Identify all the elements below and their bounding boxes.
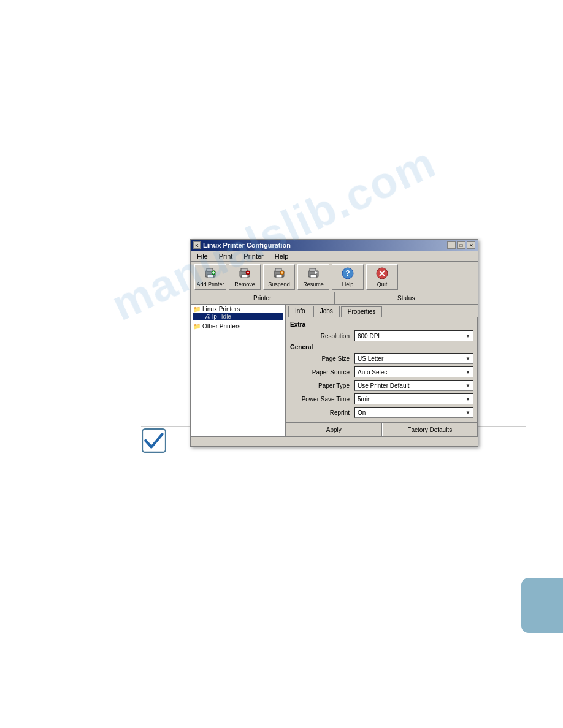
menu-print[interactable]: Print — [216, 252, 236, 260]
prop-powersave-select[interactable]: 5min ▼ — [354, 393, 473, 404]
title-bar-left: K Linux Printer Configuration — [193, 241, 291, 249]
prop-reprint-value: On — [358, 409, 366, 416]
app-icon: K — [193, 241, 201, 249]
resume-button[interactable]: Resume — [297, 264, 329, 290]
svg-rect-9 — [242, 275, 248, 278]
suspend-label: Suspend — [268, 281, 290, 287]
printer-lp-item[interactable]: 🖨 lp Idle — [193, 313, 283, 320]
maximize-button[interactable]: □ — [457, 241, 465, 249]
status-printer-col: Printer — [191, 292, 335, 304]
linux-printers-label: 📁 Linux Printers — [193, 306, 283, 313]
remove-button[interactable]: Remove — [229, 264, 261, 290]
help-label: Help — [342, 281, 354, 287]
prop-papersource-value: Auto Select — [358, 369, 389, 376]
menu-bar: File Print Printer Help — [191, 251, 478, 262]
prop-pagesize-value: US Letter — [358, 355, 383, 362]
prop-papertype-label: Paper Type — [290, 382, 354, 389]
tabs: Info Jobs Properties — [286, 305, 478, 317]
prop-resolution-label: Resolution — [290, 333, 354, 339]
props-content: Extra Resolution 600 DPI ▼ General Page … — [286, 317, 478, 422]
quit-icon — [375, 267, 389, 280]
checkmark-icon — [141, 428, 167, 453]
prop-papertype-value: Use Printer Default — [358, 382, 409, 389]
svg-rect-20 — [310, 275, 316, 278]
tab-jobs[interactable]: Jobs — [313, 306, 340, 317]
tab-info[interactable]: Info — [288, 306, 312, 317]
svg-rect-19 — [310, 268, 316, 271]
printer-lp-status: Idle — [221, 313, 231, 320]
suspend-button[interactable]: Suspend — [263, 264, 295, 290]
reprint-arrow-icon: ▼ — [465, 410, 470, 415]
app-window: K Linux Printer Configuration _ □ ✕ File… — [190, 239, 478, 447]
bottom-buttons: Apply Factory Defaults — [286, 422, 478, 436]
prop-papertype-select[interactable]: Use Printer Default ▼ — [354, 380, 473, 391]
printer-list: 📁 Linux Printers 🖨 lp Idle 📁 Other Print… — [191, 305, 286, 436]
prop-papertype-row: Paper Type Use Printer Default ▼ — [290, 380, 473, 391]
folder2-icon: 📁 — [193, 323, 201, 330]
remove-label: Remove — [234, 281, 255, 287]
prop-reprint-label: Reprint — [290, 409, 354, 416]
menu-printer[interactable]: Printer — [241, 252, 266, 260]
prop-papersource-label: Paper Source — [290, 369, 354, 376]
add-printer-icon — [204, 267, 217, 280]
checkmark-area — [141, 428, 167, 453]
close-button[interactable]: ✕ — [467, 241, 475, 249]
svg-rect-8 — [241, 268, 247, 271]
resume-icon — [307, 267, 320, 280]
printer-icon: 🖨 — [204, 313, 210, 320]
add-printer-button[interactable]: Add Printer — [194, 264, 226, 290]
svg-rect-3 — [207, 275, 213, 278]
resolution-arrow-icon: ▼ — [465, 333, 470, 339]
menu-help[interactable]: Help — [272, 252, 291, 260]
svg-rect-13 — [275, 268, 282, 271]
horizontal-rule-bottom — [141, 466, 526, 466]
prop-powersave-row: Power Save Time 5min ▼ — [290, 393, 473, 404]
section-extra-label: Extra — [290, 321, 473, 328]
help-icon: ? — [341, 267, 354, 280]
add-printer-label: Add Printer — [196, 281, 224, 287]
properties-panel: Info Jobs Properties Extra Resolution 60… — [286, 305, 478, 436]
papertype-arrow-icon: ▼ — [465, 383, 470, 389]
app-status-bar — [191, 436, 478, 446]
tab-properties[interactable]: Properties — [341, 306, 383, 317]
prop-reprint-row: Reprint On ▼ — [290, 407, 473, 418]
factory-defaults-button[interactable]: Factory Defaults — [382, 423, 478, 436]
resume-label: Resume — [303, 281, 324, 287]
prop-pagesize-row: Page Size US Letter ▼ — [290, 353, 473, 364]
other-printers-group[interactable]: 📁 Other Printers — [191, 322, 285, 331]
minimize-button[interactable]: _ — [447, 241, 456, 249]
quit-button[interactable]: Quit — [366, 264, 398, 290]
svg-point-15 — [280, 271, 284, 275]
prop-pagesize-select[interactable]: US Letter ▼ — [354, 353, 473, 364]
printer-lp-name: lp — [212, 313, 217, 320]
other-printers-label: 📁 Other Printers — [193, 323, 283, 330]
prop-reprint-select[interactable]: On ▼ — [354, 407, 473, 418]
prop-resolution-select[interactable]: 600 DPI ▼ — [354, 330, 473, 341]
pagesize-arrow-icon: ▼ — [465, 356, 470, 362]
suspend-icon — [272, 267, 286, 280]
menu-file[interactable]: File — [194, 252, 210, 260]
svg-rect-14 — [276, 275, 282, 278]
prop-powersave-value: 5min — [358, 396, 371, 403]
linux-printers-group[interactable]: 📁 Linux Printers 🖨 lp Idle — [191, 305, 285, 322]
quit-label: Quit — [377, 281, 388, 287]
prop-papersource-row: Paper Source Auto Select ▼ — [290, 366, 473, 377]
remove-icon — [238, 267, 251, 280]
prop-resolution-value: 600 DPI — [358, 333, 380, 339]
powersave-arrow-icon: ▼ — [465, 396, 470, 402]
svg-rect-2 — [207, 268, 213, 271]
section-general-label: General — [290, 344, 473, 351]
prop-powersave-label: Power Save Time — [290, 396, 354, 403]
papersource-arrow-icon: ▼ — [465, 370, 470, 375]
prop-papersource-select[interactable]: Auto Select ▼ — [354, 366, 473, 377]
apply-button[interactable]: Apply — [286, 423, 382, 436]
title-bar: K Linux Printer Configuration _ □ ✕ — [191, 240, 478, 251]
prop-pagesize-label: Page Size — [290, 355, 354, 362]
prop-resolution-row: Resolution 600 DPI ▼ — [290, 330, 473, 341]
help-button[interactable]: ? Help — [332, 264, 364, 290]
svg-text:?: ? — [345, 269, 350, 278]
blue-corner-decoration — [521, 578, 563, 633]
window-title: Linux Printer Configuration — [203, 241, 291, 249]
main-content: 📁 Linux Printers 🖨 lp Idle 📁 Other Print… — [191, 305, 478, 436]
folder-icon: 📁 — [193, 306, 201, 313]
